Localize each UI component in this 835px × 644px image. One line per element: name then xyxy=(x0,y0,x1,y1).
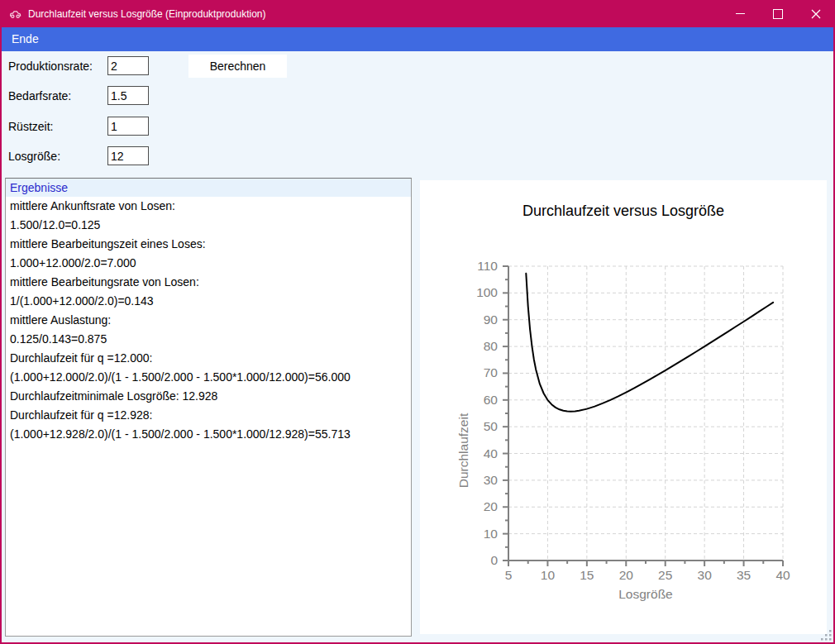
result-line[interactable]: Durchlaufzeit für q =12.000: xyxy=(6,349,411,368)
form-row-produktionsrate: Produktionsrate: xyxy=(8,56,149,75)
x-tick-label: 5 xyxy=(505,568,513,582)
close-icon xyxy=(811,9,821,19)
titlebar[interactable]: Durchlaufzeit versus Losgröße (Einproduk… xyxy=(0,0,835,27)
y-tick-label: 80 xyxy=(484,339,499,353)
result-line[interactable]: 1.500/12.0=0.125 xyxy=(6,216,411,235)
result-line[interactable]: (1.000+12.928/2.0)/(1 - 1.500/2.000 - 1.… xyxy=(6,425,411,444)
result-line[interactable]: mittlere Auslastung: xyxy=(6,311,411,330)
minimize-icon xyxy=(736,13,745,14)
berechnen-button[interactable]: Berechnen xyxy=(188,55,287,78)
menubar: Ende xyxy=(0,27,835,51)
x-tick-label: 10 xyxy=(541,568,556,582)
produktionsrate-label: Produktionsrate: xyxy=(8,60,107,73)
result-line[interactable]: 1.000+12.000/2.0=7.000 xyxy=(6,254,411,273)
app-window: Durchlaufzeit versus Losgröße (Einproduk… xyxy=(0,0,835,644)
result-line[interactable]: 0.125/0.143=0.875 xyxy=(6,330,411,349)
form-row-bedarfsrate: Bedarfsrate: xyxy=(8,86,149,105)
form-row-ruestzeit: Rüstzeit: xyxy=(8,117,149,136)
y-tick-label: 60 xyxy=(484,393,499,407)
form-row-losgroesse: Losgröße: xyxy=(8,146,149,165)
result-line[interactable]: (1.000+12.000/2.0)/(1 - 1.500/2.000 - 1.… xyxy=(6,368,411,387)
result-line[interactable]: Durchlaufzeitminimale Losgröße: 12.928 xyxy=(6,387,411,406)
y-tick-label: 30 xyxy=(484,473,499,487)
window-title: Durchlaufzeit versus Losgröße (Einproduk… xyxy=(28,8,265,20)
app-icon xyxy=(8,7,22,21)
x-axis-label: Losgröße xyxy=(618,587,672,601)
losgroesse-label: Losgröße: xyxy=(8,150,107,163)
minimize-button[interactable] xyxy=(721,0,759,27)
x-tick-label: 20 xyxy=(619,568,634,582)
y-tick-label: 40 xyxy=(484,446,499,460)
resize-grip[interactable] xyxy=(821,630,832,641)
menu-item-ende[interactable]: Ende xyxy=(0,27,49,51)
x-tick-label: 35 xyxy=(737,568,751,582)
y-tick-label: 0 xyxy=(490,553,498,567)
result-line[interactable]: mittlere Bearbeitungszeit eines Loses: xyxy=(6,235,411,254)
results-listbox[interactable]: Ergebnisse mittlere Ankunftsrate von Los… xyxy=(5,178,412,637)
results-header[interactable]: Ergebnisse xyxy=(6,179,411,197)
chart-panel: Durchlaufzeit versus Losgröße 5101520253… xyxy=(420,180,827,634)
x-tick-label: 15 xyxy=(580,568,594,582)
y-tick-label: 110 xyxy=(477,259,498,273)
produktionsrate-input[interactable] xyxy=(107,56,149,75)
result-line[interactable]: mittlere Ankunftsrate von Losen: xyxy=(6,197,411,216)
bedarfsrate-label: Bedarfsrate: xyxy=(8,89,107,103)
result-line[interactable]: Durchlaufzeit für q =12.928: xyxy=(6,406,411,425)
result-line[interactable]: mittlere Bearbeitungsrate von Losen: xyxy=(6,273,411,292)
ruestzeit-input[interactable] xyxy=(107,117,149,136)
close-button[interactable] xyxy=(797,0,835,27)
y-tick-label: 70 xyxy=(484,365,499,379)
chart-curve xyxy=(526,274,773,412)
y-tick-label: 20 xyxy=(484,499,499,513)
result-line[interactable]: 1/(1.000+12.000/2.0)=0.143 xyxy=(6,292,411,311)
losgroesse-input[interactable] xyxy=(107,146,149,165)
x-tick-label: 25 xyxy=(658,568,672,582)
maximize-icon xyxy=(773,9,783,19)
maximize-button[interactable] xyxy=(759,0,797,27)
x-tick-label: 30 xyxy=(698,568,713,582)
ruestzeit-label: Rüstzeit: xyxy=(8,120,107,133)
y-tick-label: 50 xyxy=(484,419,499,433)
window-controls xyxy=(721,0,835,27)
y-axis-label: Durchlaufzeit xyxy=(456,413,470,488)
bedarfsrate-input[interactable] xyxy=(107,86,149,105)
durchlaufzeit-chart: 5101520253035400102030405060708090100110… xyxy=(420,180,827,634)
y-tick-label: 10 xyxy=(484,527,499,541)
x-tick-label: 40 xyxy=(775,568,790,582)
y-tick-label: 100 xyxy=(476,285,498,299)
y-tick-label: 90 xyxy=(484,312,499,327)
